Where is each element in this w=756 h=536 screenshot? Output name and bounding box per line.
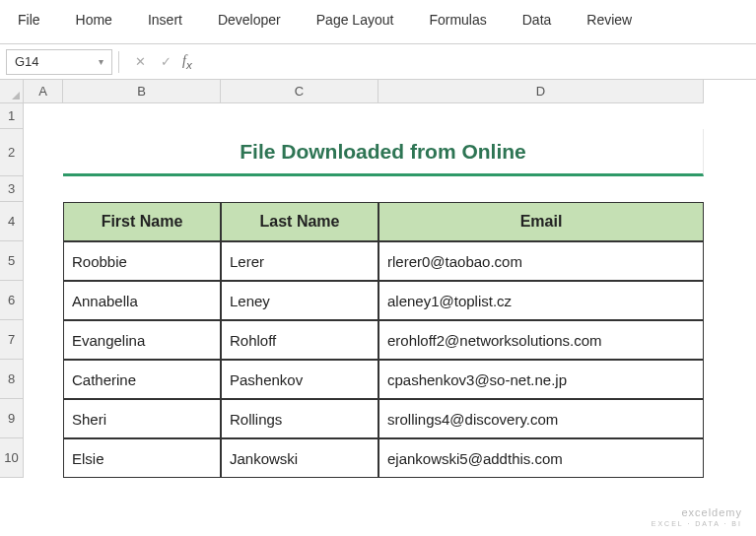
row-header[interactable]: 3	[0, 176, 24, 202]
table-header[interactable]: First Name	[63, 202, 221, 241]
table-cell[interactable]: Leney	[221, 281, 378, 320]
separator	[118, 51, 119, 73]
table-cell[interactable]: Jankowski	[221, 438, 378, 478]
column-headers: ABCD	[24, 80, 704, 103]
row-header[interactable]: 2	[0, 129, 24, 176]
table-cell[interactable]: aleney1@toplist.cz	[378, 281, 704, 320]
table-header[interactable]: Email	[378, 202, 704, 241]
ribbon-tab-insert[interactable]: Insert	[130, 6, 200, 34]
ribbon-tabs: FileHomeInsertDeveloperPage LayoutFormul…	[0, 0, 756, 44]
watermark-sub: EXCEL · DATA · BI	[652, 520, 742, 528]
table-cell[interactable]: srollings4@discovery.com	[378, 399, 704, 438]
table-cell[interactable]: Annabella	[63, 281, 221, 320]
table-cell[interactable]: Evangelina	[63, 320, 221, 360]
ribbon-tab-review[interactable]: Review	[569, 6, 650, 34]
fx-icon[interactable]: fx	[182, 53, 192, 71]
column-header[interactable]: B	[63, 80, 221, 103]
ribbon-tab-home[interactable]: Home	[58, 6, 130, 34]
table-cell[interactable]: Sheri	[63, 399, 221, 438]
row-header[interactable]: 6	[0, 281, 24, 320]
chevron-down-icon: ▾	[99, 56, 103, 67]
row-header[interactable]: 8	[0, 360, 24, 399]
ribbon-tab-data[interactable]: Data	[505, 6, 570, 34]
table-cell[interactable]: Rollings	[221, 399, 378, 438]
column-header[interactable]: C	[221, 80, 378, 103]
formula-input[interactable]	[202, 49, 750, 75]
spreadsheet-grid[interactable]: ABCD 12345678910 File Downloaded from On…	[0, 80, 756, 533]
row-header[interactable]: 7	[0, 320, 24, 360]
table-cell[interactable]: Pashenkov	[221, 360, 378, 399]
table-cell[interactable]: Catherine	[63, 360, 221, 399]
table-cell[interactable]: Rohloff	[221, 320, 378, 360]
row-headers: 12345678910	[0, 103, 24, 478]
row-header[interactable]: 1	[0, 103, 24, 129]
name-box-value: G14	[15, 54, 39, 69]
title-cell[interactable]: File Downloaded from Online	[63, 129, 704, 176]
table-cell[interactable]: Roobbie	[63, 241, 221, 281]
cancel-icon[interactable]: ✕	[129, 51, 151, 73]
ribbon-tab-page-layout[interactable]: Page Layout	[299, 6, 412, 34]
row-header[interactable]: 5	[0, 241, 24, 281]
table-cell[interactable]: erohloff2@networksolutions.com	[378, 320, 704, 360]
formula-bar: G14 ▾ ✕ ✓ fx	[0, 44, 756, 80]
row-header[interactable]: 4	[0, 202, 24, 241]
column-header[interactable]: A	[24, 80, 63, 103]
table-cell[interactable]: Elsie	[63, 438, 221, 478]
select-all-corner[interactable]	[0, 80, 24, 103]
ribbon-tab-file[interactable]: File	[0, 6, 58, 34]
enter-icon[interactable]: ✓	[155, 51, 176, 73]
table-cell[interactable]: rlerer0@taobao.com	[378, 241, 704, 281]
table-cell[interactable]: ejankowski5@addthis.com	[378, 438, 704, 478]
row-header[interactable]: 10	[0, 438, 24, 478]
ribbon-tab-developer[interactable]: Developer	[200, 6, 299, 34]
table-cell[interactable]: Lerer	[221, 241, 378, 281]
name-box[interactable]: G14 ▾	[6, 49, 112, 75]
ribbon-tab-formulas[interactable]: Formulas	[411, 6, 504, 34]
watermark: exceldemy EXCEL · DATA · BI	[652, 506, 742, 528]
watermark-brand: exceldemy	[652, 506, 742, 519]
table-header[interactable]: Last Name	[221, 202, 378, 241]
row-header[interactable]: 9	[0, 399, 24, 438]
table-cell[interactable]: cpashenkov3@so-net.ne.jp	[378, 360, 704, 399]
column-header[interactable]: D	[378, 80, 704, 103]
